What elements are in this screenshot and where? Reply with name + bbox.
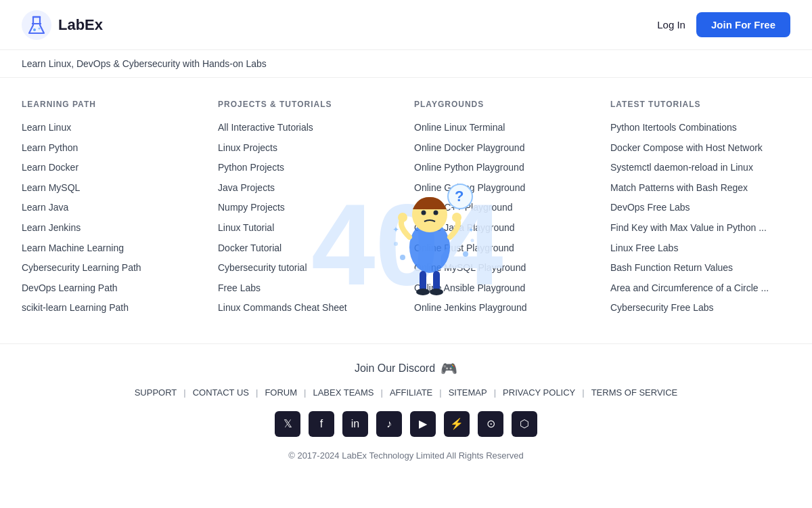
list-item: All Interactive Tutorials <box>218 121 398 135</box>
discord-label: Join Our Discord <box>355 362 435 375</box>
footer-link[interactable]: PRIVACY POLICY <box>496 387 582 398</box>
discord-icon[interactable]: ⚡ <box>444 411 470 437</box>
list-item: Online MySQL Playground <box>414 261 594 275</box>
list-item: Java Projects <box>218 182 398 195</box>
list-item: Cybersecurity Free Labs <box>610 301 790 315</box>
list-item: Online Docker Playground <box>414 142 594 155</box>
tutorials-links: Python Itertools CombinationsDocker Comp… <box>610 121 790 315</box>
twitter-icon[interactable]: 𝕏 <box>275 411 300 437</box>
svg-point-3 <box>39 27 41 29</box>
logo-icon <box>22 10 51 40</box>
list-item: Docker Compose with Host Network <box>610 142 790 155</box>
learning-path-heading: LEARNING PATH <box>22 100 202 109</box>
list-item: Bash Function Return Values <box>610 261 790 275</box>
list-item: Cybersecurity tutorial <box>218 261 398 275</box>
projects-links: All Interactive TutorialsLinux ProjectsP… <box>218 121 398 315</box>
footer-links: SUPPORT|CONTACT US|FORUM|LABEX TEAMS|AFF… <box>22 387 790 398</box>
list-item: Learn Machine Learning <box>22 242 202 255</box>
discord-bar: Join Our Discord 🎮 <box>22 360 790 377</box>
list-item: Learn Linux <box>22 121 202 135</box>
playgrounds-heading: PLAYGROUNDS <box>414 100 594 109</box>
list-item: Python Projects <box>218 161 398 175</box>
footer-link[interactable]: FORUM <box>258 387 304 398</box>
social-icons: 𝕏fin♪▶⚡⊙⬡ <box>22 411 790 437</box>
list-item: Online Linux Terminal <box>414 121 594 135</box>
lab-icon[interactable]: ⬡ <box>512 411 537 437</box>
list-item: Systemctl daemon-reload in Linux <box>610 161 790 175</box>
list-item: Docker Tutorial <box>218 242 398 255</box>
logo-text: LabEx <box>58 16 103 34</box>
list-item: Linux Commands Cheat Sheet <box>218 301 398 315</box>
list-item: Cybersecurity Learning Path <box>22 261 202 275</box>
copyright: © 2017-2024 LabEx Technology Limited All… <box>22 450 790 477</box>
projects-heading: PROJECTS & TUTORIALS <box>218 100 398 109</box>
content-columns: LEARNING PATH Learn LinuxLearn PythonLea… <box>22 100 790 322</box>
footer: Join Our Discord 🎮 SUPPORT|CONTACT US|FO… <box>0 343 812 477</box>
playgrounds-links: Online Linux TerminalOnline Docker Playg… <box>414 121 594 315</box>
list-item: Learn Python <box>22 142 202 155</box>
join-button[interactable]: Join For Free <box>696 12 790 37</box>
list-item: Online Java Playground <box>414 221 594 235</box>
footer-link[interactable]: AFFILIATE <box>383 387 439 398</box>
list-item: Online Golang Playground <box>414 182 594 195</box>
list-item: Numpy Projects <box>218 201 398 215</box>
discord-emoji: 🎮 <box>441 360 457 377</box>
footer-link[interactable]: SUPPORT <box>128 387 184 398</box>
learning-path-column: LEARNING PATH Learn LinuxLearn PythonLea… <box>22 100 202 322</box>
list-item: Learn Jenkins <box>22 221 202 235</box>
list-item: Learn Java <box>22 201 202 215</box>
list-item: Learn MySQL <box>22 182 202 195</box>
svg-point-0 <box>22 10 51 40</box>
list-item: Online Jenkins Playground <box>414 301 594 315</box>
playgrounds-column: PLAYGROUNDS Online Linux TerminalOnline … <box>414 100 594 322</box>
list-item: Online C++ Playground <box>414 201 594 215</box>
header: LabEx Log In Join For Free <box>0 0 812 50</box>
github-icon[interactable]: ⊙ <box>478 411 503 437</box>
header-nav: Log In Join For Free <box>657 12 790 37</box>
list-item: Linux Tutorial <box>218 221 398 235</box>
tutorials-heading: LATEST TUTORIALS <box>610 100 790 109</box>
footer-link[interactable]: SITEMAP <box>442 387 494 398</box>
list-item: DevOps Free Labs <box>610 201 790 215</box>
logo[interactable]: LabEx <box>22 10 103 40</box>
list-item: Find Key with Max Value in Python ... <box>610 221 790 235</box>
list-item: Free Labs <box>218 282 398 295</box>
list-item: scikit-learn Learning Path <box>22 301 202 315</box>
list-item: Online Ansible Playground <box>414 282 594 295</box>
facebook-icon[interactable]: f <box>309 411 334 437</box>
tiktok-icon[interactable]: ♪ <box>376 411 402 437</box>
tutorials-column: LATEST TUTORIALS Python Itertools Combin… <box>610 100 790 322</box>
list-item: Linux Projects <box>218 142 398 155</box>
list-item: DevOps Learning Path <box>22 282 202 295</box>
list-item: Learn Docker <box>22 161 202 175</box>
tagline: Learn Linux, DevOps & Cybersecurity with… <box>0 50 812 78</box>
youtube-icon[interactable]: ▶ <box>410 411 436 437</box>
footer-link[interactable]: CONTACT US <box>186 387 256 398</box>
projects-column: PROJECTS & TUTORIALS All Interactive Tut… <box>218 100 398 322</box>
footer-link[interactable]: TERMS OF SERVICE <box>585 387 685 398</box>
list-item: Area and Circumference of a Circle ... <box>610 282 790 295</box>
list-item: Linux Free Labs <box>610 242 790 255</box>
learning-path-links: Learn LinuxLearn PythonLearn DockerLearn… <box>22 121 202 315</box>
list-item: Python Itertools Combinations <box>610 121 790 135</box>
svg-point-2 <box>33 28 36 31</box>
list-item: Match Patterns with Bash Regex <box>610 182 790 195</box>
login-button[interactable]: Log In <box>657 19 685 30</box>
list-item: Online Python Playground <box>414 161 594 175</box>
list-item: Online Rust Playground <box>414 242 594 255</box>
linkedin-icon[interactable]: in <box>342 411 368 437</box>
footer-link[interactable]: LABEX TEAMS <box>306 387 380 398</box>
main-content: 404 ? <box>0 78 812 322</box>
